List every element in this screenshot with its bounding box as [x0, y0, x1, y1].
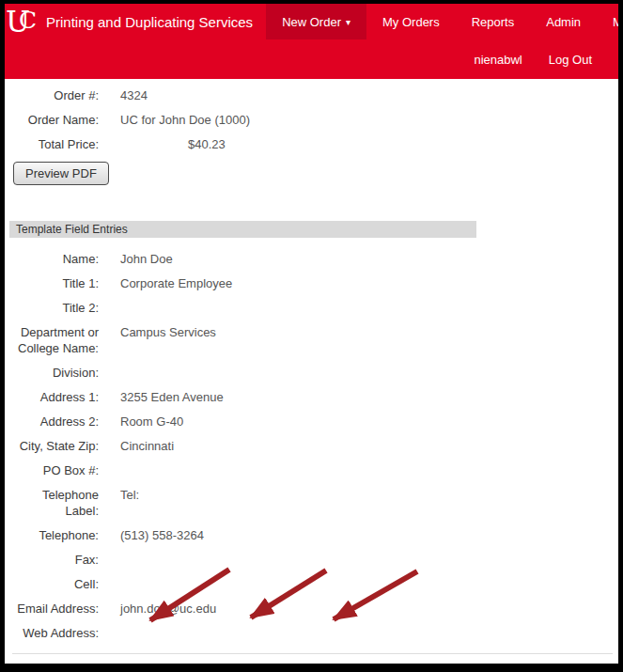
field-label: City, State Zip: — [9, 438, 99, 454]
field-row-name: Name: John Doe — [9, 251, 618, 267]
field-row-title2: Title 2: — [9, 300, 618, 316]
app-header: U C Printing and Duplicating Services Ne… — [5, 4, 618, 79]
svg-text:C: C — [19, 7, 37, 34]
field-value: Corporate Employee — [120, 275, 232, 291]
field-label: Department or College Name: — [9, 324, 99, 356]
field-label: Address 2: — [9, 414, 99, 430]
nav-item-reports[interactable]: Reports — [456, 4, 531, 39]
field-row-address1: Address 1: 3255 Eden Avenue — [9, 389, 618, 405]
nav-item-my-orders[interactable]: My Orders — [366, 4, 456, 39]
navbar-secondary: nienabwl Log Out — [5, 39, 618, 79]
field-value: $40.23 — [188, 136, 226, 152]
nav-item-new-order[interactable]: New Order ▾ — [266, 4, 366, 39]
field-value: (513) 558-3264 — [120, 527, 204, 543]
field-value: Tel: — [120, 487, 139, 519]
nav-item-admin[interactable]: Admin — [530, 4, 597, 39]
field-label: Title 1: — [9, 275, 99, 291]
nav-label: New Order — [282, 15, 341, 29]
field-row-telephone: Telephone: (513) 558-3264 — [9, 527, 618, 543]
field-label: Web Address: — [9, 625, 99, 641]
main-nav: New Order ▾ My Orders Reports Admin More… — [266, 4, 618, 39]
field-row-telephone-label: Telephone Label: Tel: — [9, 487, 618, 519]
field-value: Room G-40 — [120, 414, 183, 430]
footer-divider — [12, 653, 613, 654]
field-label: Title 2: — [9, 300, 99, 316]
field-label: Email Address: — [9, 601, 99, 617]
field-label: Cell: — [9, 576, 99, 592]
field-label: Division: — [9, 365, 99, 381]
field-value: John Doe — [120, 251, 173, 267]
field-row-title1: Title 1: Corporate Employee — [9, 275, 618, 291]
brand-title[interactable]: Printing and Duplicating Services — [46, 4, 253, 39]
field-value: Campus Services — [120, 324, 216, 356]
field-value: 4324 — [120, 87, 148, 103]
field-label: Order Name: — [9, 112, 99, 128]
caret-down-icon: ▾ — [346, 17, 350, 27]
nav-label: My Orders — [382, 15, 440, 29]
field-value: UC for John Doe (1000) — [120, 112, 250, 128]
field-row-total-price: Total Price: $40.23 — [9, 136, 618, 152]
field-row-department: Department or College Name: Campus Servi… — [9, 324, 618, 356]
template-section-header: Template Field Entries — [9, 221, 476, 238]
field-label: Telephone Label: — [9, 487, 99, 519]
logout-link[interactable]: Log Out — [536, 53, 605, 67]
field-value: 3255 Eden Avenue — [120, 389, 224, 405]
field-label: Fax: — [9, 552, 99, 568]
preview-pdf-button[interactable]: Preview PDF — [13, 162, 109, 185]
field-row-email: Email Address: john.doe@uc.edu — [9, 601, 618, 617]
field-label: Total Price: — [9, 136, 99, 152]
field-row-cell: Cell: — [9, 576, 618, 592]
field-row-fax: Fax: — [9, 552, 618, 568]
nav-label: Admin — [546, 15, 581, 29]
nav-label: More — [613, 15, 618, 29]
field-row-po-box: PO Box #: — [9, 462, 618, 478]
field-value: Cincinnati — [120, 438, 174, 454]
nav-item-more[interactable]: More ▾ — [597, 4, 618, 39]
field-value: john.doe@uc.edu — [120, 601, 216, 617]
field-row-order-name: Order Name: UC for John Doe (1000) — [9, 112, 618, 128]
order-detail-content: Order #: 4324 Order Name: UC for John Do… — [5, 79, 618, 664]
field-label: Telephone: — [9, 527, 99, 543]
field-row-city-state-zip: City, State Zip: Cincinnati — [9, 438, 618, 454]
field-label: PO Box #: — [9, 462, 99, 478]
field-row-division: Division: — [9, 365, 618, 381]
page: U C Printing and Duplicating Services Ne… — [5, 4, 618, 664]
field-row-order-number: Order #: 4324 — [9, 87, 618, 103]
field-label: Name: — [9, 251, 99, 267]
field-label: Order #: — [9, 87, 99, 103]
field-row-address2: Address 2: Room G-40 — [9, 414, 618, 430]
uc-logo-icon[interactable]: U C — [5, 4, 40, 39]
navbar: U C Printing and Duplicating Services Ne… — [5, 4, 618, 39]
nav-label: Reports — [472, 15, 515, 29]
uc-monogram-icon: U C — [5, 5, 40, 39]
field-row-web-address: Web Address: — [9, 625, 618, 641]
username-link[interactable]: nienabwl — [460, 53, 535, 67]
field-label: Address 1: — [9, 389, 99, 405]
